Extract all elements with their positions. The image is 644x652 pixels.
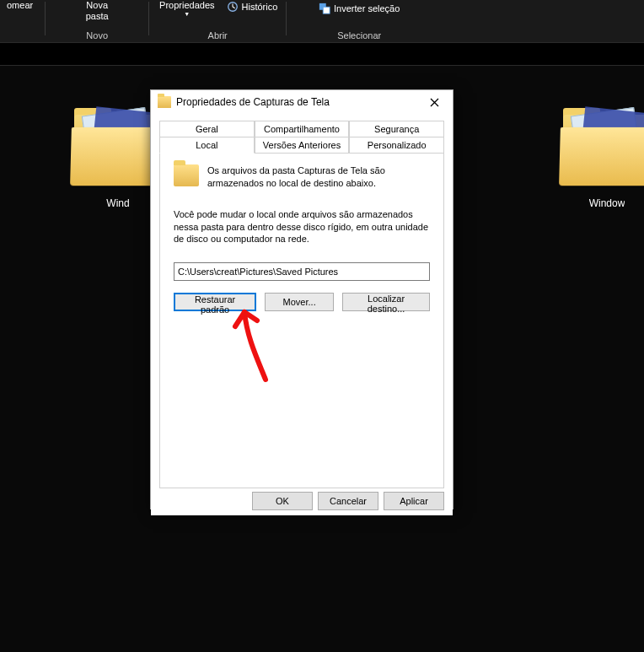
- folder-item-right[interactable]: Window: [548, 108, 644, 209]
- properties-button[interactable]: Propriedades ▼: [153, 0, 221, 19]
- tab-row-top: Geral Compartilhamento Segurança: [159, 121, 444, 137]
- tab-row-bottom: Local Versões Anteriores Personalizado: [159, 137, 444, 154]
- group-label-select: Selecionar: [292, 30, 427, 40]
- close-button[interactable]: [417, 90, 451, 114]
- folder-icon: [556, 108, 644, 192]
- tab-geral[interactable]: Geral: [159, 121, 255, 137]
- address-bar-stripe: [0, 42, 644, 66]
- dialog-body: Geral Compartilhamento Segurança Local V…: [151, 114, 453, 492]
- properties-dialog: Propriedades de Capturas de Tela Geral C…: [150, 89, 453, 509]
- folder-label: Window: [589, 197, 625, 209]
- rename-label: omear: [7, 0, 33, 11]
- tab-versoes[interactable]: Versões Anteriores: [255, 137, 350, 154]
- separator: [45, 2, 46, 35]
- group-label-new: Novo: [51, 30, 143, 40]
- tab-page-local: Os arquivos da pasta Capturas de Tela sã…: [159, 153, 444, 488]
- tab-compartilhamento[interactable]: Compartilhamento: [255, 121, 350, 137]
- location-description-1: Os arquivos da pasta Capturas de Tela sã…: [207, 164, 430, 190]
- folder-icon: [174, 164, 199, 186]
- group-label-open: Abrir: [154, 30, 281, 40]
- tab-seguranca[interactable]: Segurança: [349, 121, 444, 137]
- apply-button[interactable]: Aplicar: [384, 492, 444, 510]
- history-icon: [227, 1, 239, 13]
- history-label: Histórico: [242, 2, 278, 12]
- invert-selection-icon: [319, 3, 330, 14]
- svg-rect-2: [323, 7, 330, 13]
- dialog-footer: OK Cancelar Aplicar: [151, 492, 453, 515]
- move-button[interactable]: Mover...: [265, 293, 334, 311]
- ribbon-group-open: Propriedades ▼ Histórico Abrir: [154, 0, 281, 42]
- find-target-button[interactable]: Localizar destino...: [342, 293, 430, 311]
- properties-label: Propriedades: [159, 0, 214, 11]
- invert-selection-label: Inverter seleção: [334, 3, 400, 13]
- folder-icon: [158, 96, 171, 108]
- location-path-input[interactable]: [174, 262, 430, 281]
- folder-label: Wind: [106, 197, 129, 209]
- dialog-titlebar[interactable]: Propriedades de Capturas de Tela: [151, 90, 453, 114]
- restore-default-button[interactable]: Restaurar padrão: [174, 293, 256, 311]
- close-icon: [430, 98, 439, 107]
- ribbon-group-new: Nova pasta Novo: [51, 0, 143, 42]
- separator: [286, 2, 287, 35]
- location-description-2: Você pode mudar o local onde arquivos sã…: [174, 208, 430, 246]
- invert-selection-button[interactable]: Inverter seleção: [314, 2, 405, 15]
- history-button[interactable]: Histórico: [222, 0, 283, 13]
- tab-personalizado[interactable]: Personalizado: [349, 137, 444, 154]
- cancel-button[interactable]: Cancelar: [318, 492, 378, 510]
- separator: [148, 2, 149, 35]
- new-folder-button[interactable]: Nova pasta: [79, 0, 115, 22]
- ribbon-group-select: Inverter seleção Selecionar: [292, 0, 427, 42]
- dialog-title: Propriedades de Capturas de Tela: [176, 96, 417, 108]
- ok-button[interactable]: OK: [252, 492, 313, 510]
- new-folder-label: Nova pasta: [86, 0, 109, 22]
- ribbon-toolbar: omear Nova pasta Novo Propriedades ▼ His…: [0, 0, 644, 42]
- tab-local[interactable]: Local: [159, 137, 255, 154]
- chevron-down-icon: ▼: [184, 11, 190, 18]
- rename-button[interactable]: omear: [0, 0, 40, 11]
